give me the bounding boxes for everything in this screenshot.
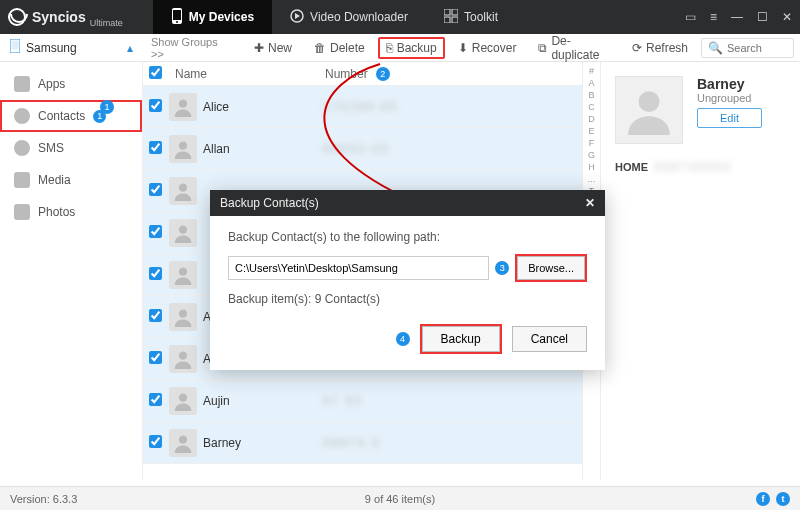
item-count: 9 of 46 item(s)	[365, 493, 435, 505]
window-controls: ▭ ≡ — ☐ ✕	[685, 10, 792, 24]
device-toolbar-row: Samsung ▴ Show Groups >> ✚New 🗑Delete ⎘B…	[0, 34, 800, 62]
chat-icon[interactable]: ▭	[685, 10, 696, 24]
alpha-B[interactable]: B	[588, 90, 594, 101]
col-number[interactable]: Number	[325, 67, 368, 81]
delete-button[interactable]: 🗑Delete	[305, 36, 374, 60]
sidebar-item-photos[interactable]: Photos	[0, 196, 142, 228]
row-checkbox[interactable]	[149, 393, 162, 406]
close-icon[interactable]: ✕	[782, 10, 792, 24]
alpha-G[interactable]: G	[588, 150, 595, 161]
alpha-F[interactable]: F	[589, 138, 595, 149]
svg-point-15	[179, 309, 187, 317]
alpha-H[interactable]: H	[588, 162, 595, 173]
svg-point-11	[179, 141, 187, 149]
browse-button[interactable]: Browse...	[517, 256, 585, 280]
home-label: HOME	[615, 161, 648, 173]
row-checkbox[interactable]	[149, 435, 162, 448]
step-1-badge: 1	[100, 100, 114, 114]
svg-point-13	[179, 225, 187, 233]
row-checkbox[interactable]	[149, 183, 162, 196]
row-name: Alice	[203, 100, 323, 114]
deduplicate-button[interactable]: ⧉De-duplicate	[529, 29, 619, 67]
search-box[interactable]: 🔍	[701, 38, 794, 58]
edit-button[interactable]: Edit	[697, 108, 762, 128]
backup-button[interactable]: ⎘Backup	[378, 37, 445, 59]
show-groups-toggle[interactable]: Show Groups >>	[151, 36, 225, 60]
svg-point-17	[179, 393, 187, 401]
home-value: 588740000	[654, 160, 732, 174]
sidebar-item-media[interactable]: Media	[0, 164, 142, 196]
row-checkbox[interactable]	[149, 309, 162, 322]
svg-point-14	[179, 267, 187, 275]
refresh-button[interactable]: ⟳Refresh	[623, 36, 697, 60]
photos-icon	[14, 204, 30, 220]
row-number: 58874 0	[323, 436, 380, 450]
person-icon	[169, 261, 197, 289]
dedup-icon: ⧉	[538, 41, 547, 55]
person-icon	[169, 93, 197, 121]
sidebar-sms-label: SMS	[38, 141, 64, 155]
svg-rect-5	[452, 9, 458, 15]
step-4-badge: 4	[396, 332, 410, 346]
svg-point-10	[179, 99, 187, 107]
table-row[interactable]: Aujin87 63	[143, 380, 582, 422]
sidebar-item-sms[interactable]: SMS	[0, 132, 142, 164]
menu-icon[interactable]: ≡	[710, 10, 717, 24]
sidebar-media-label: Media	[38, 173, 71, 187]
backup-icon: ⎘	[386, 41, 393, 55]
backup-path-input[interactable]	[228, 256, 489, 280]
new-label: New	[268, 41, 292, 55]
table-row[interactable]: Allan88053-03	[143, 128, 582, 170]
twitter-icon[interactable]: t	[776, 492, 790, 506]
alpha-E[interactable]: E	[588, 126, 594, 137]
col-name[interactable]: Name	[175, 67, 325, 81]
list-header: Name Number 2	[143, 62, 582, 86]
apps-icon	[14, 76, 30, 92]
sidebar-apps-label: Apps	[38, 77, 65, 91]
alpha-...[interactable]: ...	[588, 174, 596, 185]
table-row[interactable]: Alice175289-85	[143, 86, 582, 128]
collapse-icon[interactable]: ▴	[127, 41, 133, 55]
device-selector[interactable]: Samsung ▴	[0, 39, 143, 56]
sidebar-contacts-label: Contacts	[38, 109, 85, 123]
svg-point-12	[179, 183, 187, 191]
version-label: Version: 6.3.3	[10, 493, 77, 505]
alpha-C[interactable]: C	[588, 102, 595, 113]
search-icon: 🔍	[708, 41, 723, 55]
row-name: Barney	[203, 436, 323, 450]
row-checkbox[interactable]	[149, 225, 162, 238]
row-name: Aujin	[203, 394, 323, 408]
select-all-checkbox[interactable]	[149, 66, 162, 79]
alpha-#[interactable]: #	[589, 66, 594, 77]
person-icon	[169, 303, 197, 331]
plus-icon: ✚	[254, 41, 264, 55]
deduplicate-label: De-duplicate	[551, 34, 610, 62]
row-checkbox[interactable]	[149, 351, 162, 364]
person-icon	[169, 429, 197, 457]
dialog-backup-button[interactable]: Backup	[422, 326, 500, 352]
backup-items-count: Backup item(s): 9 Contact(s)	[228, 292, 587, 306]
sidebar-item-apps[interactable]: Apps	[0, 68, 142, 100]
dialog-cancel-button[interactable]: Cancel	[512, 326, 587, 352]
alpha-A[interactable]: A	[588, 78, 594, 89]
row-checkbox[interactable]	[149, 141, 162, 154]
recover-button[interactable]: ⬇Recover	[449, 36, 526, 60]
dialog-header: Backup Contact(s) ✕	[210, 190, 605, 216]
row-number: 87 63	[323, 394, 363, 408]
minimize-icon[interactable]: —	[731, 10, 743, 24]
facebook-icon[interactable]: f	[756, 492, 770, 506]
person-icon	[169, 387, 197, 415]
new-button[interactable]: ✚New	[245, 36, 301, 60]
row-name: Allan	[203, 142, 323, 156]
table-row[interactable]: Barney58874 0	[143, 422, 582, 464]
search-input[interactable]	[727, 42, 787, 54]
row-checkbox[interactable]	[149, 267, 162, 280]
backup-dialog: Backup Contact(s) ✕ Backup Contact(s) to…	[210, 190, 605, 370]
maximize-icon[interactable]: ☐	[757, 10, 768, 24]
dialog-close-icon[interactable]: ✕	[585, 196, 595, 210]
svg-rect-1	[173, 10, 181, 20]
row-number: 175289-85	[323, 100, 398, 114]
alpha-D[interactable]: D	[588, 114, 595, 125]
sidebar-item-contacts[interactable]: Contacts 1	[0, 100, 142, 132]
row-checkbox[interactable]	[149, 99, 162, 112]
